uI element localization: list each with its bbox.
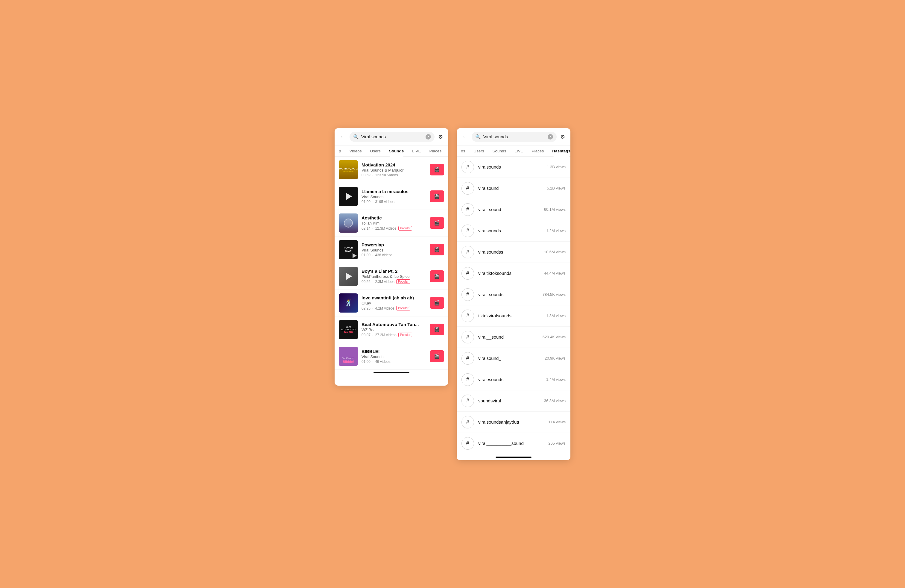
hashtag-views-11: 36.3M views: [544, 399, 566, 403]
use-button-bibble[interactable]: 🎬: [430, 350, 444, 362]
hashtag-item-11[interactable]: # soundsviral 36.3M views: [457, 390, 570, 412]
tab-sounds-right[interactable]: Sounds: [488, 146, 511, 156]
sound-title-bibble: BIBBLE!: [362, 349, 426, 354]
sound-thumb-boysaliar[interactable]: [339, 267, 358, 286]
sound-duration-motivation: 00:59: [362, 173, 370, 177]
filter-button-right[interactable]: ⚙: [559, 132, 566, 141]
sound-thumb-motivation[interactable]: MOTIVAÇÃO 2 Viral Sounds: [339, 160, 358, 180]
sound-info-motivation: Motivation 2024 Viral Sounds & Marquiori…: [362, 162, 426, 177]
camera-icon-aesthetic: 🎬: [434, 220, 440, 226]
sound-videos-powerslap: 438 videos: [375, 253, 392, 257]
sound-info-boysaliar: Boy's a Liar Pt. 2 PinkPantheress & Ice …: [362, 269, 426, 284]
hashtag-name-2: viral_sound: [478, 207, 540, 212]
tab-live-right[interactable]: LIVE: [510, 146, 527, 156]
clear-button-right[interactable]: ✕: [548, 134, 553, 140]
tab-users-right[interactable]: Users: [469, 146, 488, 156]
camera-icon-boysaliar: 🎬: [434, 273, 440, 279]
sound-title-powerslap: Powerslap: [362, 242, 426, 247]
sound-author-love: CKay: [362, 301, 426, 305]
sound-videos-aesthetic: 12.3M videos: [375, 226, 396, 230]
hashtag-item-6[interactable]: # viral_sounds 784.5K views: [457, 284, 570, 305]
use-button-llamen[interactable]: 🎬: [430, 191, 444, 202]
tab-users-left[interactable]: Users: [366, 146, 385, 156]
hashtag-item-13[interactable]: # viral__________sound 265 views: [457, 433, 570, 454]
camera-icon-llamen: 🎬: [434, 194, 440, 199]
hashtag-name-5: viraltiktoksounds: [478, 271, 540, 276]
sound-title-love: love nwantinti (ah ah ah): [362, 295, 426, 300]
use-button-love[interactable]: 🎬: [430, 297, 444, 309]
camera-icon-beat: 🎬: [434, 327, 440, 332]
sound-author-llamen: Viral Sounds: [362, 195, 426, 199]
tab-places-right[interactable]: Places: [528, 146, 548, 156]
sound-title-boysaliar: Boy's a Liar Pt. 2: [362, 269, 426, 273]
sound-info-aesthetic: Aesthetic Tollan Kim 02:14 · 12.3M video…: [362, 215, 426, 230]
hashtag-name-4: viralsoundss: [478, 250, 540, 254]
camera-icon-motivation: 🎬: [434, 167, 440, 172]
tab-has[interactable]: Has: [446, 146, 448, 156]
sound-author-motivation: Viral Sounds & Marquiori: [362, 168, 426, 172]
bottom-bar-left: [373, 372, 410, 373]
sound-item-beat: BEATAUTOMOTIVOTAN TAN Beat Automotivo Ta…: [335, 316, 448, 343]
use-button-beat[interactable]: 🎬: [430, 324, 444, 335]
sound-meta-beat: 00:07 · 27.2M videos Popular: [362, 333, 426, 337]
hashtag-views-8: 629.4K views: [543, 335, 566, 339]
sound-info-llamen: Llamen a la miraculos Viral Sounds 01:00…: [362, 189, 426, 204]
sound-item-aesthetic: Aesthetic Tollan Kim 02:14 · 12.3M video…: [335, 210, 448, 237]
hashtag-item-0[interactable]: # viralsounds 1.3B views: [457, 157, 570, 178]
filter-button-left[interactable]: ⚙: [437, 132, 444, 141]
hashtag-item-5[interactable]: # viraltiktoksounds 44.4M views: [457, 263, 570, 284]
sound-thumb-powerslap[interactable]: POWERSLAP: [339, 240, 358, 259]
hashtag-item-2[interactable]: # viral_sound 60.1M views: [457, 199, 570, 220]
back-button-right[interactable]: ←: [461, 132, 469, 141]
hashtag-item-10[interactable]: # viralesounds 1.4M views: [457, 369, 570, 390]
hashtag-item-12[interactable]: # viralsoundsanjaydutt 114 views: [457, 412, 570, 433]
hashtag-item-9[interactable]: # viralsound_ 20.9K views: [457, 348, 570, 369]
tab-os[interactable]: os: [457, 146, 469, 156]
hashtag-item-4[interactable]: # viralsoundss 10.6M views: [457, 242, 570, 263]
hash-circle-7: #: [462, 310, 474, 322]
sound-info-bibble: BIBBLE! Viral Sounds 01:00 · 49 videos: [362, 349, 426, 364]
search-icon-right: 🔍: [475, 134, 481, 140]
bottom-bar-right: [495, 456, 532, 458]
hashtag-list: # viralsounds 1.3B views # viralsound 5.…: [457, 157, 570, 454]
hashtag-views-2: 60.1M views: [544, 207, 566, 212]
sound-thumb-love[interactable]: 🕺: [339, 293, 358, 313]
tab-videos[interactable]: Videos: [345, 146, 366, 156]
sound-thumb-beat[interactable]: BEATAUTOMOTIVOTAN TAN: [339, 320, 358, 339]
sound-thumb-bibble[interactable]: Viral Sounds Bibble!: [339, 347, 358, 366]
use-button-boysaliar[interactable]: 🎬: [430, 270, 444, 282]
search-input-wrap-right[interactable]: 🔍 Viral sounds ✕: [472, 132, 557, 142]
hashtag-views-9: 20.9K views: [545, 356, 566, 361]
use-button-aesthetic[interactable]: 🎬: [430, 217, 444, 229]
sound-author-powerslap: Viral Sounds: [362, 248, 426, 253]
sound-item-boysaliar: Boy's a Liar Pt. 2 PinkPantheress & Ice …: [335, 263, 448, 290]
tab-live-left[interactable]: LIVE: [408, 146, 425, 156]
hash-circle-0: #: [462, 161, 474, 173]
sound-item-llamen: Llamen a la miraculos Viral Sounds 01:00…: [335, 183, 448, 210]
tab-sounds[interactable]: Sounds: [385, 146, 408, 156]
hashtag-item-3[interactable]: # viralsounds_ 1.2M views: [457, 220, 570, 242]
hashtag-item-1[interactable]: # viralsound 5.2B views: [457, 178, 570, 199]
tab-hashtags[interactable]: Hashtags: [548, 146, 570, 156]
hashtag-views-12: 114 views: [548, 420, 566, 424]
sound-duration-powerslap: 01:00: [362, 253, 370, 257]
popular-badge-beat: Popular: [399, 333, 412, 337]
use-button-motivation[interactable]: 🎬: [430, 164, 444, 175]
clear-button-left[interactable]: ✕: [426, 134, 431, 140]
sound-title-beat: Beat Automotivo Tan Tan...: [362, 322, 426, 327]
sound-item-powerslap: POWERSLAP Powerslap Viral Sounds 01:00 ·…: [335, 237, 448, 263]
sound-author-beat: WZ Beat: [362, 327, 426, 332]
hashtag-item-7[interactable]: # tiktokviralsounds 1.3M views: [457, 305, 570, 327]
tab-places-left[interactable]: Places: [425, 146, 446, 156]
hash-circle-3: #: [462, 224, 474, 237]
tab-p[interactable]: p: [335, 146, 345, 156]
hash-circle-12: #: [462, 416, 474, 428]
use-button-powerslap[interactable]: 🎬: [430, 244, 444, 255]
sound-thumb-llamen[interactable]: [339, 187, 358, 206]
back-button-left[interactable]: ←: [339, 132, 347, 141]
sound-thumb-aesthetic[interactable]: [339, 213, 358, 233]
hashtag-views-10: 1.4M views: [546, 377, 566, 382]
hash-circle-8: #: [462, 331, 474, 343]
search-input-wrap-left[interactable]: 🔍 Viral sounds ✕: [349, 132, 435, 142]
hashtag-item-8[interactable]: # viral__sound 629.4K views: [457, 327, 570, 348]
